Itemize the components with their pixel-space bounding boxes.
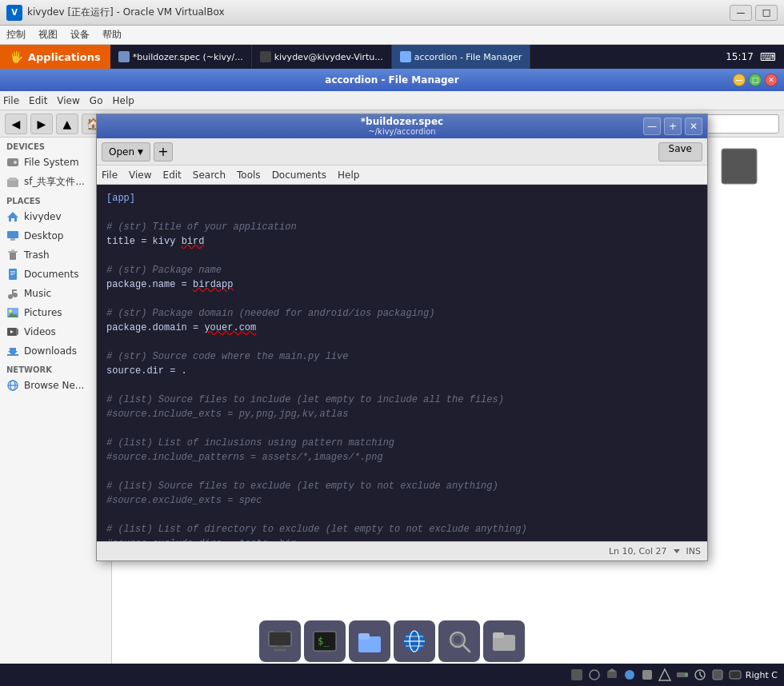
- editor-content-area[interactable]: [app] # (str) Title of your application …: [97, 185, 707, 541]
- vbox-minimize-btn[interactable]: —: [730, 5, 752, 21]
- bottom-bar-rightclick-label: Right C: [746, 670, 778, 680]
- svg-rect-82: [730, 671, 741, 679]
- svg-point-1: [14, 161, 17, 164]
- editor-titlebar: *buildozer.spec ~/kivy/accordion — + ✕: [97, 114, 707, 138]
- dock-item-monitor[interactable]: [259, 620, 301, 662]
- statusbar-dropdown[interactable]: [674, 549, 680, 553]
- fm-menubar: File Edit View Go Help: [0, 91, 784, 110]
- svg-rect-8: [8, 251, 18, 253]
- editor-menu-file[interactable]: File: [102, 170, 118, 181]
- svg-marker-22: [16, 328, 18, 336]
- terminal-window-label: kivydev@kivydev-Virtu...: [274, 52, 383, 62]
- downloads-icon: [6, 345, 19, 357]
- fm-menu-go[interactable]: Go: [90, 95, 103, 106]
- fm-sidebar: DEVICES File System sf_共享文件... PLACES ki…: [0, 138, 112, 686]
- editor-new-btn[interactable]: +: [154, 142, 173, 162]
- filemanager-window-label: accordion - File Manager: [414, 52, 522, 62]
- svg-rect-71: [607, 672, 617, 678]
- fm-menu-edit[interactable]: Edit: [29, 95, 47, 106]
- fm-back-btn[interactable]: ◀: [5, 114, 27, 134]
- svg-rect-53: [277, 646, 283, 649]
- svg-marker-4: [7, 212, 18, 221]
- fm-menu-file[interactable]: File: [3, 95, 19, 106]
- sidebar-item-documents[interactable]: Documents: [0, 265, 111, 284]
- fm-close-btn[interactable]: ✕: [765, 74, 778, 86]
- sidebar-item-videos[interactable]: Videos: [0, 322, 111, 341]
- editor-menu-view[interactable]: View: [129, 170, 151, 181]
- system-icon-8: [693, 668, 707, 682]
- system-icon-6: [658, 668, 672, 682]
- sidebar-downloads-label: Downloads: [24, 345, 77, 357]
- svg-rect-58: [358, 633, 370, 640]
- svg-rect-69: [571, 669, 582, 680]
- fm-forward-btn[interactable]: ▶: [30, 114, 53, 134]
- vbox-window-title: kivydev [正在运行] - Oracle VM VirtualBox: [27, 6, 730, 19]
- sidebar-item-downloads[interactable]: Downloads: [0, 341, 111, 361]
- sidebar-item-music[interactable]: Music: [0, 284, 111, 303]
- file-item-cap[interactable]: [707, 144, 771, 192]
- videos-icon: [6, 325, 19, 338]
- bottom-dock: $_: [0, 617, 784, 665]
- editor-maximize-btn[interactable]: +: [664, 118, 682, 135]
- editor-menu-search[interactable]: Search: [193, 170, 226, 181]
- system-icon-9: [710, 668, 725, 682]
- sidebar-network-header: NETWORK: [0, 361, 111, 376]
- editor-open-btn[interactable]: Open ▼: [102, 142, 150, 162]
- desktop-icon: [6, 229, 19, 242]
- fm-maximize-btn[interactable]: □: [749, 74, 762, 86]
- editor-menu-edit[interactable]: Edit: [163, 170, 182, 181]
- vbox-menu-control[interactable]: 控制: [6, 28, 26, 42]
- svg-rect-74: [642, 670, 652, 680]
- fm-minimize-btn[interactable]: —: [733, 74, 746, 86]
- editor-save-btn[interactable]: Save: [658, 142, 702, 162]
- vbox-titlebar: V kivydev [正在运行] - Oracle VM VirtualBox …: [0, 0, 784, 26]
- editor-menu-help[interactable]: Help: [338, 170, 359, 181]
- system-icon-2: [587, 668, 602, 682]
- os-bottom-bar: Right C: [0, 664, 784, 686]
- svg-rect-81: [713, 670, 722, 680]
- code-display: [app] # (str) Title of your application …: [97, 185, 707, 541]
- statusbar-dropdown-arrow-icon: [674, 549, 680, 553]
- vbox-maximize-btn[interactable]: □: [755, 5, 778, 21]
- sidebar-item-desktop[interactable]: Desktop: [0, 226, 111, 245]
- sidebar-pictures-label: Pictures: [24, 307, 62, 318]
- fm-menu-help[interactable]: Help: [112, 95, 134, 106]
- network-icon: [6, 379, 19, 392]
- sidebar-item-trash[interactable]: Trash: [0, 245, 111, 265]
- sidebar-item-kivydev[interactable]: kivydev: [0, 207, 111, 226]
- fm-menu-view[interactable]: View: [57, 95, 79, 106]
- dock-item-terminal[interactable]: $_: [304, 620, 346, 662]
- editor-minimize-btn[interactable]: —: [643, 118, 661, 135]
- sidebar-documents-label: Documents: [24, 269, 78, 280]
- vbox-menu-help[interactable]: 帮助: [102, 28, 122, 42]
- taskbar-buildozer-btn[interactable]: *buildozer.spec (~kivy/...: [110, 45, 252, 69]
- sidebar-item-browse-network[interactable]: Browse Ne...: [0, 376, 111, 395]
- taskbar-filemanager-btn[interactable]: accordion - File Manager: [392, 45, 531, 69]
- editor-title: *buildozer.spec ~/kivy/accordion: [361, 116, 443, 137]
- dock-item-files[interactable]: [349, 620, 390, 662]
- apps-button[interactable]: 🖐 Applications: [0, 45, 110, 69]
- file-manager-dock-icon: [357, 628, 382, 654]
- sidebar-item-pictures[interactable]: Pictures: [0, 303, 111, 322]
- vbox-logo: V: [6, 5, 22, 21]
- terminal-window-icon: [260, 51, 271, 62]
- sidebar-item-filesystem[interactable]: File System: [0, 153, 111, 172]
- system-icon-4: [622, 668, 637, 682]
- editor-close-btn[interactable]: ✕: [685, 118, 702, 135]
- fm-up-btn[interactable]: ▲: [56, 114, 78, 134]
- editor-menu-documents[interactable]: Documents: [272, 170, 326, 181]
- svg-point-70: [590, 670, 599, 680]
- sidebar-item-share[interactable]: sf_共享文件...: [0, 172, 111, 192]
- vbox-menu-view[interactable]: 视图: [38, 28, 58, 42]
- vbox-menu-device[interactable]: 设备: [70, 28, 90, 42]
- filemanager-window-icon: [400, 51, 411, 62]
- dock-item-browser[interactable]: [394, 620, 435, 662]
- pictures-icon: [6, 306, 19, 319]
- dock-item-folder[interactable]: [483, 620, 525, 662]
- dock-item-search[interactable]: [438, 620, 480, 662]
- editor-menu-tools[interactable]: Tools: [237, 170, 261, 181]
- sidebar-music-label: Music: [24, 288, 51, 299]
- svg-rect-51: [269, 632, 291, 646]
- taskbar-terminal-btn[interactable]: kivydev@kivydev-Virtu...: [252, 45, 392, 69]
- system-icon-7: [675, 668, 690, 682]
